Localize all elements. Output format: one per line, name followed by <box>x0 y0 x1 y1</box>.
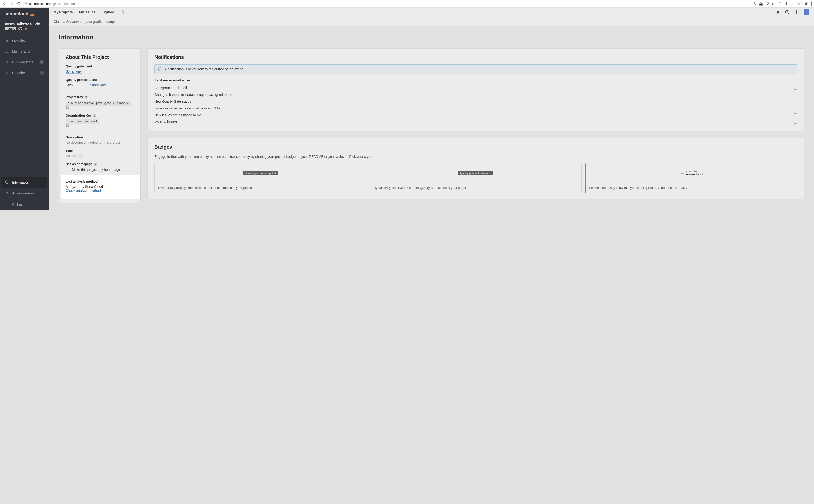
forward-icon[interactable] <box>10 2 14 6</box>
sidebar-item-label: Branches <box>12 71 26 75</box>
help-icon[interactable]: ? <box>85 96 88 99</box>
badge-option-quality-gate[interactable]: Quality gate not computed Dynamically di… <box>370 163 582 193</box>
gear-icon: ⚙ <box>5 191 9 195</box>
about-card: About This Project Quality gate used Son… <box>59 48 141 203</box>
notification-checkbox[interactable] <box>794 120 797 124</box>
camera-icon[interactable]: 📷 <box>759 2 763 6</box>
sidebar-item-administration[interactable]: ⚙ Administration <box>0 188 49 199</box>
sidebar-item-overview[interactable]: ▦ Overview <box>0 35 49 46</box>
notification-checkbox[interactable] <box>794 86 797 90</box>
project-name: java-gradle-example <box>5 21 44 25</box>
svg-rect-7 <box>66 125 68 126</box>
download-icon[interactable]: ⬇ <box>784 2 788 6</box>
help-icon[interactable]: ? <box>93 114 96 117</box>
org-key-value: claudiasonarova-1 <box>66 119 99 124</box>
sidebar-item-main-branch[interactable]: ⎇ Main Branch <box>0 46 49 57</box>
svg-rect-0 <box>25 3 27 5</box>
sidebar-item-branches[interactable]: ⎇ Branches 1 <box>0 67 49 78</box>
star-icon[interactable]: ★ <box>25 27 28 31</box>
reload-icon[interactable] <box>17 2 21 6</box>
page-title: Information <box>59 34 804 41</box>
url-host: sonarcloud.io <box>29 2 48 6</box>
badges-heading: Badges <box>154 144 797 150</box>
sidebar-collapse[interactable]: ← Collapse <box>0 199 49 210</box>
copy-icon[interactable] <box>66 124 134 127</box>
breadcrumb-project[interactable]: java-gradle-example <box>86 20 117 24</box>
svg-rect-6 <box>67 125 68 127</box>
quality-gate-link[interactable]: Sonar way <box>66 69 82 74</box>
scanned-on-badge: ☁ scanned on sonarcloud <box>678 169 705 177</box>
brand-name: sonarcloud <box>4 11 28 17</box>
notification-checkbox[interactable] <box>794 107 797 110</box>
browser-chrome: sonarcloud.io/project/information ✎ 📷 🛡 … <box>0 0 814 8</box>
sidebar-item-information[interactable]: ⓘ Information <box>1 177 47 188</box>
about-heading: About This Project <box>66 54 134 60</box>
notification-checkbox[interactable] <box>794 100 797 103</box>
notifications-heading: Notifications <box>154 54 797 60</box>
plus-icon[interactable] <box>795 10 798 14</box>
homepage-label: Use as homepage? <box>66 162 134 166</box>
play-icon[interactable]: ▷ <box>772 2 776 6</box>
badge-caption: Let the community know that you're using… <box>586 183 797 193</box>
notification-row: My new issues <box>154 118 797 125</box>
search-icon[interactable] <box>120 10 124 14</box>
back-icon[interactable] <box>2 2 6 6</box>
profile-chip-icon[interactable]: ☺ <box>797 1 802 6</box>
homepage-checkbox-label: Make this project my homepage <box>72 168 120 172</box>
svg-rect-4 <box>67 107 68 109</box>
badges-description: Engage further with your community and i… <box>154 154 797 159</box>
info-icon: ⓘ <box>5 180 9 185</box>
github-icon[interactable] <box>18 27 22 31</box>
notification-checkbox[interactable] <box>794 113 797 117</box>
copy-icon[interactable] <box>66 106 134 109</box>
badge-chip: Quality gate not computed <box>458 171 493 175</box>
pull-request-icon: ⇵ <box>5 60 9 64</box>
breadcrumb-org[interactable]: Claudia Sonarova <box>54 20 81 24</box>
sidebar-item-pull-requests[interactable]: ⇵ Pull Requests 3 <box>0 57 49 67</box>
topnav-explore[interactable]: Explore <box>102 10 114 14</box>
edit-icon[interactable]: ✎ <box>753 2 757 6</box>
topnav-my-issues[interactable]: My Issues <box>79 10 95 14</box>
divider <box>66 132 134 132</box>
last-analysis-section: Last analysis method Analyzed by SonarCl… <box>66 180 134 193</box>
last-analysis-text: Analyzed by SonarCloud <box>66 185 103 189</box>
heart-icon[interactable]: ♡ <box>778 2 782 6</box>
qp-language: Java <box>66 83 80 87</box>
topnav-my-projects[interactable]: My Projects <box>54 10 73 14</box>
brand-logo[interactable]: sonarcloud ☁ <box>0 8 49 20</box>
qp-profile-link[interactable]: Sonar way <box>90 83 106 87</box>
help-icon[interactable]: ? <box>785 10 789 14</box>
list-icon[interactable]: ≡ <box>791 2 795 6</box>
help-icon[interactable]: ? <box>94 163 97 166</box>
avatar[interactable] <box>804 9 809 15</box>
sidebar-item-label: Overview <box>12 39 26 43</box>
grid-icon: ▦ <box>5 39 9 43</box>
check-analysis-link[interactable]: Check analysis method <box>66 189 101 193</box>
send-email-label: Send me an email when: <box>154 78 797 82</box>
quality-profiles-label: Quality profiles used <box>66 78 134 82</box>
url-path: /project/information <box>48 2 75 6</box>
badge-option-scanned[interactable]: ☁ scanned on sonarcloud Let the communit… <box>585 163 797 193</box>
shield-icon[interactable]: 🛡 <box>765 2 769 6</box>
homepage-checkbox[interactable] <box>66 168 69 171</box>
badge-caption: Dynamically displays the current Quality… <box>370 183 582 193</box>
cloud-icon: ☁ <box>680 171 684 175</box>
sidebar: sonarcloud ☁ java-gradle-example PUBLIC … <box>0 8 49 210</box>
topbar: My Projects My Issues Explore ? <box>49 8 814 17</box>
bell-icon[interactable] <box>776 10 780 14</box>
url-bar[interactable]: sonarcloud.io/project/information <box>24 2 749 6</box>
notification-row: Issues resolved as false positive or won… <box>154 105 797 112</box>
badge-option-metric[interactable]: Quality gate not computed Dynamically di… <box>154 163 366 193</box>
badges-card: Badges Engage further with your communit… <box>147 138 804 199</box>
description-label: Description <box>66 135 134 139</box>
breadcrumb: Claudia Sonarova › java-gradle-example <box>49 17 814 26</box>
visibility-badge: PUBLIC <box>5 27 16 30</box>
sidebar-item-label: Information <box>12 180 29 184</box>
notification-row: New Quality Gate status <box>154 98 797 105</box>
add-tag-button[interactable]: + <box>79 154 83 158</box>
sidebar-item-label: Pull Requests <box>12 60 33 64</box>
notification-checkbox[interactable] <box>794 93 797 96</box>
breadcrumb-sep: › <box>83 20 84 24</box>
lock-icon <box>24 2 27 5</box>
cube-icon[interactable]: ⬢ <box>804 2 808 6</box>
